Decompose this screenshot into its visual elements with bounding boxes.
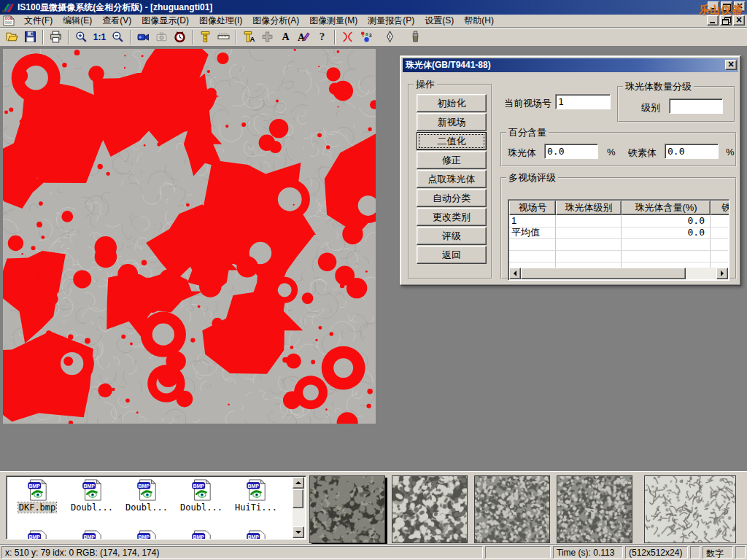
capture-camera-icon[interactable]	[152, 29, 171, 45]
svg-text:3: 3	[369, 33, 372, 38]
brush-tool-icon[interactable]	[406, 29, 425, 45]
open-file-button[interactable]	[3, 29, 21, 45]
file-item[interactable]: BMP Doubl...	[175, 479, 228, 513]
file-name[interactable]: Doubl...	[125, 502, 169, 513]
file-list-vscrollbar[interactable]	[293, 477, 305, 538]
rating-table[interactable]: 视场号 珠光体级别 珠光体含量(%) 铁素体 1	[508, 199, 729, 281]
ruler-tool-icon[interactable]	[214, 29, 233, 45]
thumbnail-sample-5[interactable]	[644, 475, 736, 543]
document-icon[interactable]: DOC	[3, 15, 15, 26]
file-item[interactable]: BMP	[11, 530, 63, 540]
col-pearlite-grade[interactable]: 珠光体级别	[556, 201, 622, 215]
save-button[interactable]	[21, 29, 39, 45]
measure-text-icon[interactable]: A	[240, 29, 258, 45]
pearlite-percent-input[interactable]	[544, 144, 598, 159]
menu-image-measure[interactable]: 图像测量(M)	[304, 14, 363, 28]
return-button[interactable]: 返回	[417, 246, 487, 264]
pen-tool-icon[interactable]	[381, 29, 399, 45]
toolbar-separator	[192, 30, 193, 44]
close-button[interactable]	[734, 1, 746, 12]
col-ferrite[interactable]: 铁素体	[711, 201, 729, 215]
file-item[interactable]: BMP HuiTi...	[230, 479, 282, 513]
text-tool-icon[interactable]: A	[276, 29, 295, 45]
menu-image-processing[interactable]: 图像处理(I)	[194, 14, 247, 28]
curve-tool-icon[interactable]	[338, 29, 357, 45]
pick-pearlite-button[interactable]: 点取珠光体	[417, 170, 487, 188]
mdi-minimize-button[interactable]	[707, 15, 719, 26]
file-name[interactable]: HuiTi...	[234, 502, 278, 513]
thumbnail-sample-4[interactable]	[557, 475, 632, 543]
col-pearlite-content[interactable]: 珠光体含量(%)	[622, 201, 711, 215]
status-cursor-info: x: 510 y: 79 idx: 0 RGB: (174, 174, 174)	[1, 546, 483, 559]
bmp-file-icon: BMP	[26, 530, 48, 540]
scroll-right-button[interactable]	[716, 268, 728, 279]
file-item[interactable]: BMP	[66, 530, 118, 540]
current-field-input[interactable]	[555, 94, 611, 109]
level-input[interactable]	[669, 98, 723, 114]
mdi-close-button[interactable]	[733, 15, 745, 26]
scroll-left-button[interactable]	[509, 268, 521, 279]
dialog-title-bar[interactable]: 珠光体(GB/T9441-88)	[403, 58, 738, 72]
thumbnail-sample-3[interactable]	[474, 475, 550, 543]
scroll-thumb[interactable]	[521, 268, 686, 279]
new-field-button[interactable]: 新视场	[417, 113, 487, 131]
bmp-file-icon: BMP	[190, 530, 212, 540]
file-name[interactable]: DKF.bmp	[18, 502, 57, 513]
percent-sign: %	[726, 147, 735, 158]
bottom-panel: BMP DKF.bmp BMP Doubl... BMP Doubl... BM…	[0, 471, 747, 544]
file-item[interactable]: BMP	[120, 530, 173, 540]
file-item[interactable]: BMP Doubl...	[66, 479, 118, 513]
thumbnail-sample-2[interactable]	[392, 475, 468, 543]
mdi-restore-button[interactable]	[720, 15, 732, 26]
file-item[interactable]: BMP	[230, 530, 282, 540]
file-name[interactable]: Doubl...	[70, 502, 114, 513]
correct-button[interactable]: 修正	[417, 151, 487, 169]
menu-image-display[interactable]: 图像显示(D)	[136, 14, 194, 28]
file-item[interactable]: BMP Doubl...	[120, 479, 173, 513]
ferrite-percent-input[interactable]	[665, 144, 719, 159]
video-camera-icon[interactable]	[134, 29, 152, 45]
change-class-button[interactable]: 更改类别	[417, 208, 487, 226]
auto-classify-button[interactable]: 自动分类	[417, 189, 487, 207]
file-item[interactable]: BMP DKF.bmp	[11, 479, 63, 513]
menu-file[interactable]: 文件(F)	[19, 14, 58, 28]
classification-dots-icon[interactable]: a3	[357, 29, 375, 45]
menu-help[interactable]: 帮助(H)	[459, 14, 499, 28]
timer-clock-icon[interactable]	[171, 29, 189, 45]
file-name[interactable]: Doubl...	[179, 502, 223, 513]
percent-sign: %	[607, 147, 616, 158]
grade-button[interactable]: 评级	[417, 227, 487, 245]
binarize-button[interactable]: 二值化	[417, 132, 487, 150]
dialog-close-button[interactable]	[725, 60, 737, 70]
status-mode: 数字	[703, 546, 733, 559]
menu-image-analysis[interactable]: 图像分析(A)	[247, 14, 304, 28]
actual-size-button[interactable]: 1:1	[90, 29, 109, 45]
move-cross-icon[interactable]	[258, 29, 276, 45]
scroll-up-button[interactable]	[293, 477, 304, 489]
file-item[interactable]: BMP	[175, 530, 228, 540]
caliper-tool-icon[interactable]	[196, 29, 214, 45]
menu-measure-report[interactable]: 测量报告(P)	[363, 14, 419, 28]
print-button[interactable]	[47, 29, 65, 45]
file-browser[interactable]: BMP DKF.bmp BMP Doubl... BMP Doubl... BM…	[6, 475, 306, 540]
scroll-thumb[interactable]	[293, 489, 303, 508]
initialize-button[interactable]: 初始化	[417, 94, 487, 112]
thumbnail-sample-1[interactable]	[309, 475, 385, 543]
status-bar: x: 510 y: 79 idx: 0 RGB: (174, 174, 174)…	[0, 544, 747, 560]
scroll-down-button[interactable]	[293, 526, 304, 538]
annotate-text-icon[interactable]: A	[295, 29, 313, 45]
col-field-number[interactable]: 视场号	[509, 201, 556, 215]
zoom-out-button[interactable]	[109, 29, 127, 45]
minimize-button[interactable]	[708, 1, 719, 12]
current-field-label: 当前视场号	[504, 97, 551, 110]
menu-view[interactable]: 查看(V)	[97, 14, 136, 28]
zoom-in-button[interactable]	[72, 29, 90, 45]
micrograph-image[interactable]	[3, 49, 376, 424]
menu-edit[interactable]: 编辑(E)	[58, 14, 97, 28]
svg-text:BMP: BMP	[83, 534, 95, 540]
bmp-file-icon: BMP	[245, 479, 267, 501]
table-hscrollbar[interactable]	[509, 268, 728, 279]
maximize-button[interactable]	[721, 1, 732, 12]
help-button[interactable]: ?	[313, 29, 331, 45]
menu-settings[interactable]: 设置(S)	[419, 14, 459, 28]
